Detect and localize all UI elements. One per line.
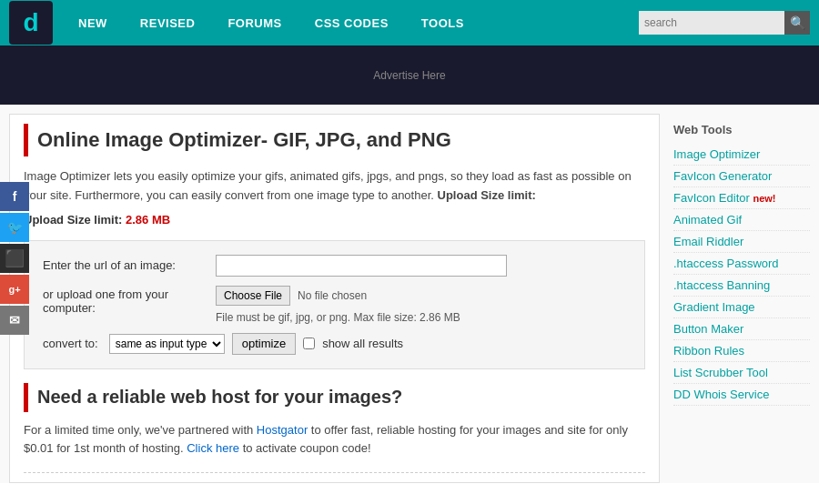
main-layout: Online Image Optimizer- GIF, JPG, and PN… xyxy=(0,105,819,483)
url-label: Enter the url of an image: xyxy=(43,258,216,272)
upload-limit-value: 2.86 MB xyxy=(126,213,170,227)
page-title: Online Image Optimizer- GIF, JPG, and PN… xyxy=(37,128,451,152)
banner: Advertise Here xyxy=(0,45,819,105)
description-text: Image Optimizer lets you easily optimize… xyxy=(24,167,645,206)
url-row: Enter the url of an image: xyxy=(43,255,626,277)
upload-label-line1: or upload one from your xyxy=(43,287,168,301)
sidebar-link-dd-whois[interactable]: DD Whois Service xyxy=(673,384,810,406)
title-bar-accent xyxy=(24,124,28,156)
hosting-promo: Need a reliable web host for your images… xyxy=(24,383,645,459)
description-body: Image Optimizer lets you easily optimize… xyxy=(24,169,632,202)
convert-select[interactable]: same as input type gif jpg png xyxy=(109,334,225,354)
sidebar-link-favicon-editor[interactable]: FavIcon Editor new! xyxy=(673,187,810,209)
file-size-note: File must be gif, jpg, or png. Max file … xyxy=(216,311,460,324)
search-box: 🔍 xyxy=(639,11,810,35)
page-title-wrapper: Online Image Optimizer- GIF, JPG, and PN… xyxy=(24,124,645,156)
nav-item-new[interactable]: NEW xyxy=(62,16,124,30)
search-button[interactable]: 🔍 xyxy=(784,11,810,35)
promo-title: Need a reliable web host for your images… xyxy=(37,387,402,408)
email-button[interactable]: ✉ xyxy=(0,306,29,335)
bottom-divider xyxy=(24,472,645,473)
nav-item-css-codes[interactable]: CSS CODES xyxy=(298,16,405,30)
promo-bar-accent xyxy=(24,383,28,412)
sidebar-link-favicon-generator[interactable]: FavIcon Generator xyxy=(673,166,810,187)
sidebar-link-button-maker[interactable]: Button Maker xyxy=(673,318,810,340)
url-input[interactable] xyxy=(216,255,507,277)
sidebar-link-list-scrubber[interactable]: List Scrubber Tool xyxy=(673,362,810,384)
convert-label: convert to: xyxy=(43,337,98,350)
content: Online Image Optimizer- GIF, JPG, and PN… xyxy=(9,114,660,483)
googleplus-button[interactable]: g+ xyxy=(0,275,29,304)
sidebar-title: Web Tools xyxy=(673,123,810,136)
nav-item-revised[interactable]: REVISED xyxy=(124,16,212,30)
upload-label-line2: computer: xyxy=(43,301,96,315)
sidebar-link-htaccess-password[interactable]: .htaccess Password xyxy=(673,253,810,275)
choose-file-button[interactable]: Choose File xyxy=(216,286,290,306)
logo: d xyxy=(9,1,53,45)
bookmark-button[interactable]: ⬛ xyxy=(0,244,29,273)
sidebar-link-ribbon-rules[interactable]: Ribbon Rules xyxy=(673,340,810,362)
no-file-text: No file chosen xyxy=(298,289,367,302)
show-results-checkbox[interactable] xyxy=(303,338,315,349)
sidebar-link-animated-gif[interactable]: Animated Gif xyxy=(673,209,810,231)
upload-limit: Upload Size limit: 2.86 MB xyxy=(24,213,645,227)
logo-letter: d xyxy=(23,8,38,37)
header: d NEW REVISED FORUMS CSS CODES TOOLS 🔍 xyxy=(0,0,819,45)
show-results-label[interactable]: show all results xyxy=(322,337,403,350)
optimize-button[interactable]: optimize xyxy=(232,333,296,355)
convert-row: convert to: same as input type gif jpg p… xyxy=(43,333,626,355)
sidebar-link-htaccess-banning[interactable]: .htaccess Banning xyxy=(673,275,810,297)
form-area: Enter the url of an image: or upload one… xyxy=(24,240,645,369)
nav: NEW REVISED FORUMS CSS CODES TOOLS xyxy=(62,16,639,30)
twitter-button[interactable]: 🐦 xyxy=(0,213,29,242)
upload-limit-label-text: Upload Size limit: xyxy=(24,213,126,227)
click-here-link[interactable]: Click here xyxy=(187,441,239,455)
promo-text: For a limited time only, we've partnered… xyxy=(24,421,645,459)
upload-label: or upload one from your computer: xyxy=(43,286,216,315)
search-input[interactable] xyxy=(639,11,784,35)
promo-title-wrapper: Need a reliable web host for your images… xyxy=(24,383,645,412)
advertise-text: Advertise Here xyxy=(373,69,445,82)
file-upload-row: or upload one from your computer: Choose… xyxy=(43,286,626,324)
promo-text-after: to activate coupon code! xyxy=(243,441,371,455)
file-upload-area: Choose File No file chosen xyxy=(216,286,460,306)
upload-limit-label: Upload Size limit: xyxy=(438,188,536,202)
social-bar: f 🐦 ⬛ g+ ✉ xyxy=(0,182,29,335)
nav-item-forums[interactable]: FORUMS xyxy=(211,16,298,30)
sidebar: Web Tools Image Optimizer FavIcon Genera… xyxy=(660,114,810,483)
new-badge: new! xyxy=(753,193,775,204)
facebook-button[interactable]: f xyxy=(0,182,29,211)
sidebar-link-gradient-image[interactable]: Gradient Image xyxy=(673,297,810,318)
sidebar-link-email-riddler[interactable]: Email Riddler xyxy=(673,231,810,253)
promo-text-before: For a limited time only, we've partnered… xyxy=(24,423,253,437)
nav-item-tools[interactable]: TOOLS xyxy=(405,16,480,30)
sidebar-link-image-optimizer[interactable]: Image Optimizer xyxy=(673,144,810,166)
hostgator-link[interactable]: Hostgator xyxy=(257,423,308,437)
